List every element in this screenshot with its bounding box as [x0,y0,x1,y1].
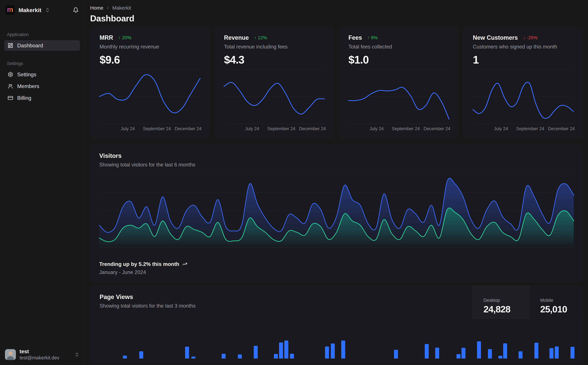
arrow-down-icon: ↓ [523,35,526,40]
trend-badge: ↑20% [118,35,131,40]
gear-icon [8,72,13,77]
layout-dashboard-icon [8,43,13,48]
x-tick: July 24 [369,126,384,131]
page-views-bar [274,354,278,358]
user-name: test [20,348,59,355]
sidebar-item-label: Settings [17,71,36,77]
chevrons-up-down-icon [74,352,79,357]
stat-title: MRR [100,34,113,41]
page-views-bar [238,354,242,358]
trend-badge: ↑12% [254,35,267,40]
x-tick: July 24 [121,126,135,131]
sidebar: m Makerkit Application Dashboard Setting… [0,0,84,365]
sidebar-item-dashboard[interactable]: Dashboard [4,40,80,51]
page-views-bar [185,347,189,358]
chevrons-up-down-icon [45,8,50,13]
page-views-bar [462,348,465,358]
sidebar-nav-settings: Settings Members Billing [4,69,80,103]
avatar [5,349,16,360]
new-customers-sparkline-chart [473,69,574,124]
notifications-button[interactable] [73,7,79,13]
sidebar-item-label: Dashboard [17,42,43,49]
page-title: Dashboard [90,14,583,23]
x-tick: December 24 [548,126,575,131]
team-name: Makerkit [19,7,41,14]
visitors-title: Visitors [99,152,574,159]
mrr-sparkline-chart [100,69,200,124]
stat-card-revenue: Revenue ↑12% Total revenue including fee… [214,27,334,138]
main-content: Home Makerkit Dashboard MRR ↑20% Monthly… [84,0,588,365]
visitors-subtitle: Showing total visitors for the last 6 mo… [99,162,574,168]
page-views-bar [503,343,507,358]
bell-icon [73,7,79,13]
stat-description: Total fees collected [348,44,449,50]
page-views-title: Page Views [100,294,463,301]
x-tick: July 24 [494,126,508,131]
x-tick: December 24 [175,126,201,131]
section-label-application: Application [7,32,77,37]
x-tick: December 24 [299,126,326,131]
sidebar-item-members[interactable]: Members [4,81,80,91]
visitors-area-chart [99,174,574,248]
stat-description: Monthly recurring revenue [100,44,200,50]
sidebar-header: m Makerkit [4,5,80,15]
x-axis-labels: July 24 September 24 December 24 [100,124,200,133]
arrow-up-icon: ↑ [118,35,121,40]
visitors-period: January - June 2024 [99,269,574,275]
revenue-sparkline-chart [224,69,325,124]
page-views-bar [284,341,288,358]
page-views-bar [570,347,574,358]
credit-card-icon [8,95,13,101]
tab-desktop[interactable]: Desktop 24,828 [472,286,529,318]
sidebar-item-settings[interactable]: Settings [4,69,80,80]
x-tick: September 24 [267,126,295,131]
stat-title: New Customers [473,34,518,41]
arrow-up-icon: ↑ [367,35,370,40]
user-info: test test@makerkit.dev [20,348,59,361]
user-menu[interactable]: test test@makerkit.dev [0,344,84,365]
breadcrumb-home[interactable]: Home [90,5,103,11]
x-axis-labels: July 24 September 24 December 24 [473,124,574,133]
page-views-bar [549,348,553,358]
page-views-bar [498,356,502,358]
logo-letter: m [7,6,13,13]
app-root: m Makerkit Application Dashboard Setting… [0,0,588,365]
trending-up-icon [182,262,187,267]
page-views-bar [123,356,127,358]
stat-card-mrr: MRR ↑20% Monthly recurring revenue $9.6 … [90,27,210,138]
page-views-bar [279,343,283,358]
page-views-bar-chart [99,319,574,358]
x-axis-labels: July 24 September 24 December 24 [224,124,325,133]
x-tick: September 24 [392,126,420,131]
x-tick: September 24 [516,126,544,131]
stat-card-fees: Fees ↑9% Total fees collected $1.0 July … [339,27,458,138]
sidebar-nav-application: Dashboard [4,40,80,51]
page-views-header: Page Views Showing total visitors for th… [90,286,583,319]
x-axis-labels: July 24 September 24 December 24 [348,124,449,133]
page-views-bar [488,349,492,358]
page-views-bar [331,344,335,358]
page-views-bar [519,351,523,358]
page-views-bar [477,341,481,358]
arrow-up-icon: ↑ [254,35,256,40]
fees-sparkline-chart [348,69,449,124]
tab-mobile[interactable]: Mobile 25,010 [529,286,583,318]
stat-title: Fees [348,34,362,41]
section-label-settings: Settings [7,61,77,66]
stat-cards-row: MRR ↑20% Monthly recurring revenue $9.6 … [90,27,583,138]
makerkit-logo: m [5,5,15,15]
stat-value: 1 [473,53,574,66]
page-views-bar [139,351,143,358]
page-views-bar [191,357,195,358]
x-tick: July 24 [245,126,259,131]
page-views-bar [325,346,329,358]
page-views-bar [222,354,226,358]
team-switcher[interactable]: m Makerkit [5,5,50,15]
chevron-right-icon [106,6,110,10]
page-views-bar [394,350,398,358]
sidebar-item-billing[interactable]: Billing [4,93,80,103]
visitors-card: Visitors Showing total visitors for the … [90,145,583,282]
page-views-bar [425,344,429,358]
page-views-bar [457,354,460,358]
page-views-card: Page Views Showing total visitors for th… [90,286,583,365]
